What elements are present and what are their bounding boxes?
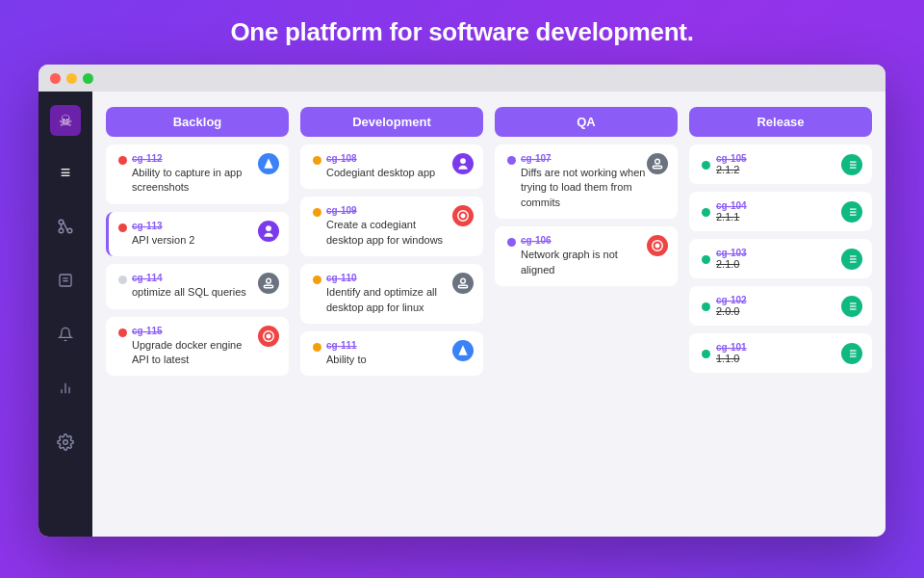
sidebar-item-chart[interactable]: [48, 371, 83, 406]
minimize-dot[interactable]: [66, 73, 77, 84]
maximize-dot[interactable]: [83, 73, 93, 84]
card-id: cg-103: [716, 248, 747, 258]
svg-point-2: [59, 228, 64, 233]
card-id: cg-108: [326, 153, 435, 164]
card-title: Create a codegiant desktop app for windo…: [326, 218, 452, 248]
svg-point-20: [461, 279, 466, 284]
release-card-row: cg-1042.1.1: [702, 200, 862, 223]
card-top-row: cg-114optimize all SQL queries: [118, 273, 279, 300]
card-dot: [507, 238, 516, 247]
headline: One platform for software development.: [230, 17, 693, 47]
card-top-row: cg-106Network graph is not aligned: [507, 235, 668, 277]
card-id: cg-113: [132, 221, 194, 231]
card-title: Upgrade docker engine API to latest: [132, 338, 258, 368]
sidebar-item-branch[interactable]: [48, 209, 83, 244]
card[interactable]: cg-1052.1.2: [689, 144, 872, 184]
card[interactable]: cg-109Create a codegiant desktop app for…: [300, 197, 483, 256]
column-release: Releasecg-1052.1.2cg-1042.1.1cg-1032.1.0…: [689, 107, 872, 521]
card-id: cg-112: [132, 153, 258, 164]
column-header-qa: QA: [495, 107, 678, 137]
card[interactable]: cg-107Diffs are not working when trying …: [495, 144, 678, 219]
card[interactable]: cg-108Codegiant desktop app: [300, 144, 483, 189]
card-top-row: cg-112Ability to capture in app screensh…: [118, 153, 279, 196]
card-top-row: cg-113API version 2: [118, 221, 279, 248]
card-id: cg-101: [716, 342, 747, 353]
release-version: 2.1.2: [716, 164, 747, 175]
card-dot: [313, 276, 321, 284]
card[interactable]: cg-112Ability to capture in app screensh…: [106, 144, 289, 204]
svg-point-13: [267, 279, 271, 284]
column-qa: QAcg-107Diffs are not working when tryin…: [495, 107, 678, 521]
card-avatar: [452, 153, 474, 174]
card-dot: [118, 156, 127, 165]
card-dot: [118, 276, 127, 284]
svg-point-22: [655, 159, 660, 164]
release-list-icon: [841, 154, 862, 175]
close-dot[interactable]: [50, 73, 61, 84]
card[interactable]: cg-113API version 2: [106, 212, 289, 256]
card[interactable]: cg-114optimize all SQL queries: [106, 264, 289, 308]
card-id: cg-109: [326, 205, 452, 216]
column-header-development: Development: [300, 107, 483, 137]
card-dot: [118, 328, 127, 337]
release-card-row: cg-1032.1.0: [702, 248, 862, 270]
release-version: 2.1.0: [716, 258, 747, 270]
card[interactable]: cg-1022.0.0: [689, 286, 872, 326]
card[interactable]: cg-1032.1.0: [689, 239, 872, 278]
svg-rect-21: [458, 286, 467, 288]
browser-titlebar: [38, 65, 886, 92]
card-title: optimize all SQL queries: [132, 285, 246, 300]
card-avatar: [452, 205, 474, 226]
column-backlog: Backlogcg-112Ability to capture in app s…: [106, 107, 289, 521]
card-dot: [507, 156, 516, 165]
column-header-backlog: Backlog: [106, 107, 289, 137]
card-top-row: cg-109Create a codegiant desktop app for…: [313, 205, 474, 248]
card-dot: [313, 343, 321, 352]
card-dot: [702, 255, 710, 264]
card-avatar: [647, 235, 668, 256]
svg-point-17: [460, 158, 466, 164]
release-list-icon: [841, 201, 862, 223]
card[interactable]: cg-106Network graph is not aligned: [495, 226, 678, 286]
browser-content: ☠ ≡: [38, 92, 886, 537]
svg-rect-23: [653, 166, 661, 168]
sidebar: ☠ ≡: [38, 92, 92, 537]
column-development: Developmentcg-108Codegiant desktop appcg…: [300, 107, 483, 521]
card-id: cg-106: [521, 235, 647, 246]
release-version: 1.1.0: [716, 353, 747, 364]
svg-point-1: [67, 228, 72, 233]
svg-point-25: [655, 244, 659, 248]
logo-icon[interactable]: ☠: [50, 105, 81, 136]
sidebar-item-list[interactable]: ≡: [48, 155, 83, 190]
svg-point-0: [59, 220, 64, 224]
svg-point-19: [461, 215, 465, 219]
card-title: API version 2: [132, 233, 194, 248]
card[interactable]: cg-111Ability to: [300, 331, 483, 376]
card[interactable]: cg-110Identify and optimize all desktop …: [300, 264, 483, 324]
card-dot: [313, 156, 321, 165]
sidebar-item-settings[interactable]: [48, 425, 83, 460]
card-top-row: cg-111Ability to: [313, 340, 474, 367]
card-avatar: [647, 153, 668, 174]
card-title: Codegiant desktop app: [326, 166, 435, 180]
svg-point-16: [267, 334, 270, 338]
release-list-icon: [841, 343, 862, 364]
sidebar-item-doc[interactable]: [48, 263, 83, 298]
card-id: cg-105: [716, 153, 747, 164]
browser-window: ☠ ≡: [38, 65, 886, 537]
card[interactable]: cg-115Upgrade docker engine API to lates…: [106, 317, 289, 377]
release-list-icon: [841, 296, 862, 317]
card-id: cg-110: [326, 273, 452, 283]
board-area: Backlogcg-112Ability to capture in app s…: [92, 92, 886, 537]
card[interactable]: cg-1011.1.0: [689, 333, 872, 373]
card-dot: [702, 161, 710, 170]
card-dot: [702, 208, 710, 217]
release-version: 2.0.0: [716, 305, 747, 317]
release-list-icon: [841, 249, 862, 270]
release-version: 2.1.1: [716, 211, 747, 223]
card-avatar: [258, 153, 279, 174]
card[interactable]: cg-1042.1.1: [689, 192, 872, 231]
card-dot: [118, 223, 127, 232]
card-dot: [702, 302, 710, 311]
sidebar-item-bell[interactable]: [48, 317, 83, 352]
